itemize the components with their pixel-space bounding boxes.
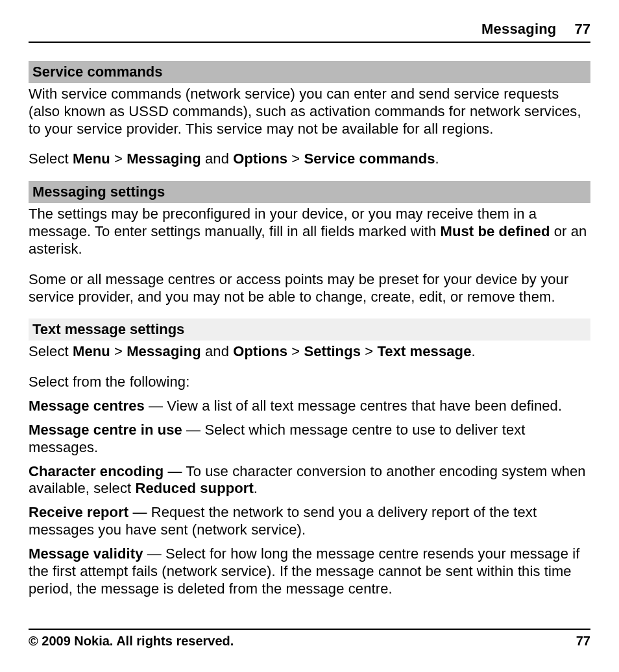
nav-and: and [201,150,233,167]
section-heading-service-commands: Service commands [29,61,590,83]
nav-and: and [201,343,233,359]
select-from-following: Select from the following: [29,374,590,391]
item-label: Message validity [29,546,143,562]
nav-options: Options [233,343,287,359]
nav-text: Select [29,150,73,167]
nav-sep: > [110,150,127,167]
item-text: . [254,480,258,496]
item-character-encoding: Character encoding — To use character co… [29,463,590,498]
header-section: Messaging [481,21,557,38]
service-commands-description: With service commands (network service) … [29,86,590,138]
item-message-validity: Message validity — Select for how long t… [29,546,590,597]
nav-sep: > [361,343,377,359]
section-heading-text-message-settings: Text message settings [29,318,590,341]
item-label: Receive report [29,504,128,520]
nav-messaging: Messaging [127,150,201,167]
nav-sep: > [110,343,127,359]
page-footer: © 2009 Nokia. All rights reserved. 77 [29,629,590,649]
nav-settings: Settings [304,343,361,359]
messaging-settings-p1: The settings may be preconfigured in you… [29,206,590,258]
item-message-centre-in-use: Message centre in use — Select which mes… [29,422,590,457]
nav-messaging: Messaging [127,343,201,359]
nav-options: Options [233,150,287,167]
nav-sep: > [287,343,304,359]
nav-text: Select [29,343,73,359]
page: Messaging 77 Service commands With servi… [0,0,619,672]
item-receive-report: Receive report — Request the network to … [29,504,590,539]
reduced-support: Reduced support [135,480,253,496]
item-label: Character encoding [29,463,164,479]
nav-menu: Menu [73,343,110,359]
messaging-settings-p2: Some or all message centres or access po… [29,271,590,306]
header-page-number: 77 [575,21,590,38]
item-label: Message centre in use [29,422,182,438]
page-header: Messaging 77 [29,21,590,43]
item-label: Message centres [29,398,145,414]
nav-sep: > [287,150,304,167]
must-be-defined: Must be defined [441,223,550,239]
nav-text-message: Text message [377,343,471,359]
item-message-centres: Message centres — View a list of all tex… [29,398,590,415]
footer-page-number: 77 [576,634,590,649]
service-commands-nav: Select Menu > Messaging and Options > Se… [29,150,590,168]
text-message-nav: Select Menu > Messaging and Options > Se… [29,343,590,361]
nav-dot: . [471,343,475,359]
section-heading-messaging-settings: Messaging settings [29,181,590,203]
item-text: — View a list of all text message centre… [145,398,562,414]
nav-service-commands: Service commands [304,150,435,167]
footer-copyright: © 2009 Nokia. All rights reserved. [29,634,234,649]
nav-dot: . [435,150,439,167]
nav-menu: Menu [73,150,110,167]
